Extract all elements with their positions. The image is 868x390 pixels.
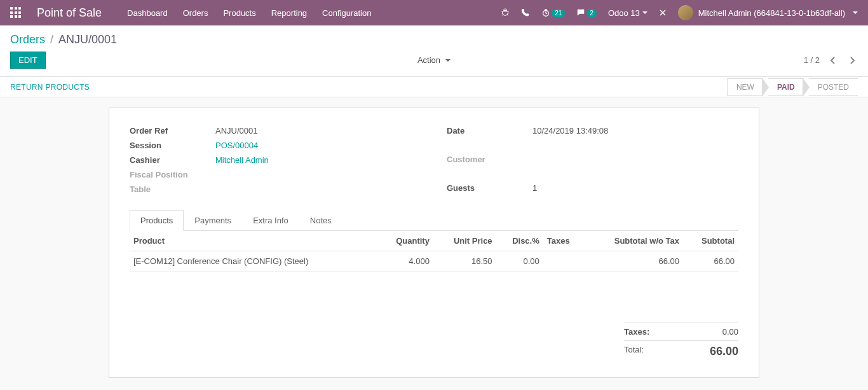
value-date: 10/24/2019 13:49:08 — [532, 126, 738, 136]
nav-configuration[interactable]: Configuration — [322, 8, 371, 18]
value-session[interactable]: POS/00004 — [215, 141, 421, 150]
nav-orders[interactable]: Orders — [183, 8, 208, 18]
totals-table: Taxes: 0.00 Total: 66.00 — [624, 323, 738, 362]
tab-notes[interactable]: Notes — [299, 210, 342, 231]
status-posted[interactable]: POSTED — [809, 78, 858, 96]
tabs: Products Payments Extra Info Notes — [130, 209, 738, 231]
totals-taxes-row: Taxes: 0.00 — [624, 323, 738, 340]
totals: Taxes: 0.00 Total: 66.00 — [130, 323, 738, 362]
field-fiscal-position: Fiscal Position — [130, 167, 421, 182]
status-row: RETURN PRODUCTS NEW PAID POSTED — [0, 76, 868, 97]
th-disc: Disc.% — [496, 231, 543, 251]
status-arrow — [803, 78, 810, 96]
breadcrumb: Orders / ANJU/0001 — [10, 33, 117, 46]
bug-icon[interactable] — [501, 8, 510, 17]
th-taxes: Taxes — [543, 231, 585, 251]
avatar — [678, 5, 693, 20]
timer-icon[interactable]: 21 — [541, 8, 565, 17]
caret-down-icon — [445, 59, 451, 62]
status-bar: NEW PAID POSTED — [727, 78, 858, 96]
label-date: Date — [447, 126, 532, 136]
cell-product: [E-COM12] Conference Chair (CONFIG) (Ste… — [130, 251, 377, 272]
pager-prev[interactable] — [827, 55, 839, 66]
tab-extra-info[interactable]: Extra Info — [242, 210, 299, 231]
user-label: Mitchell Admin (664841-13-0-1b63df-all) — [698, 8, 845, 18]
pager: 1 / 2 — [804, 55, 858, 66]
th-subtotal-wo: Subtotal w/o Tax — [585, 231, 683, 251]
db-label: Odoo 13 — [608, 8, 640, 18]
label-customer: Customer — [447, 155, 532, 164]
return-products-button[interactable]: RETURN PRODUCTS — [10, 83, 90, 92]
value-cashier[interactable]: Mitchell Admin — [215, 155, 421, 165]
status-new[interactable]: NEW — [727, 78, 763, 96]
timer-badge: 21 — [552, 9, 565, 17]
breadcrumb-sep: / — [50, 33, 53, 46]
caret-down-icon — [642, 11, 648, 14]
form-sheet: Order Ref ANJU/0001 Session POS/00004 Ca… — [109, 108, 759, 378]
status-arrow — [763, 78, 769, 96]
value-guests: 1 — [532, 183, 738, 193]
chat-badge: 2 — [587, 9, 597, 17]
chat-icon[interactable]: 2 — [576, 8, 597, 17]
th-subtotal: Subtotal — [683, 231, 738, 251]
edit-button[interactable]: EDIT — [10, 52, 46, 69]
field-customer: Customer — [447, 152, 738, 167]
breadcrumb-row: Orders / ANJU/0001 — [0, 25, 868, 49]
form-col-right: Date 10/24/2019 13:49:08 Customer Guests… — [447, 123, 738, 197]
close-icon[interactable] — [659, 9, 667, 17]
phone-icon[interactable] — [521, 8, 530, 17]
th-unit-price: Unit Price — [433, 231, 496, 251]
label-fiscal-position: Fiscal Position — [130, 170, 215, 179]
cell-subtotal-wo: 66.00 — [585, 251, 683, 272]
field-table: Table — [130, 182, 421, 197]
cell-unit-price: 16.50 — [433, 251, 496, 272]
order-table: Product Quantity Unit Price Disc.% Taxes… — [130, 231, 738, 272]
cell-subtotal: 66.00 — [683, 251, 738, 272]
tab-payments[interactable]: Payments — [184, 210, 242, 231]
label-cashier: Cashier — [130, 155, 215, 165]
pager-label: 1 / 2 — [804, 55, 820, 65]
nav-dashboard[interactable]: Dashboard — [127, 8, 168, 18]
label-session: Session — [130, 141, 215, 150]
table-row[interactable]: [E-COM12] Conference Chair (CONFIG) (Ste… — [130, 251, 738, 272]
totals-total-label: Total: — [624, 345, 659, 358]
field-date: Date 10/24/2019 13:49:08 — [447, 123, 738, 138]
nav-products[interactable]: Products — [223, 8, 255, 18]
user-menu[interactable]: Mitchell Admin (664841-13-0-1b63df-all) — [678, 5, 858, 20]
action-label: Action — [417, 55, 440, 65]
navbar-right: 21 2 Odoo 13 Mitchell Admin (664841-13-0… — [501, 5, 858, 20]
label-order-ref: Order Ref — [130, 126, 215, 136]
cell-taxes — [543, 251, 585, 272]
totals-taxes-label: Taxes: — [624, 327, 665, 337]
form-col-left: Order Ref ANJU/0001 Session POS/00004 Ca… — [130, 123, 421, 197]
th-product: Product — [130, 231, 377, 251]
cell-quantity: 4.000 — [377, 251, 433, 272]
field-order-ref: Order Ref ANJU/0001 — [130, 123, 421, 138]
breadcrumb-current: ANJU/0001 — [58, 33, 117, 46]
action-dropdown[interactable]: Action — [417, 55, 451, 65]
caret-down-icon — [853, 11, 858, 14]
field-session: Session POS/00004 — [130, 138, 421, 153]
tab-products[interactable]: Products — [130, 210, 184, 231]
field-cashier: Cashier Mitchell Admin — [130, 153, 421, 167]
form-grid: Order Ref ANJU/0001 Session POS/00004 Ca… — [130, 123, 738, 197]
brand-title[interactable]: Point of Sale — [37, 6, 102, 20]
th-quantity: Quantity — [377, 231, 433, 251]
control-panel: Orders / ANJU/0001 EDIT Action 1 / 2 RET… — [0, 25, 868, 97]
label-guests: Guests — [447, 183, 532, 193]
nav-reporting[interactable]: Reporting — [271, 8, 307, 18]
field-guests: Guests 1 — [447, 181, 738, 195]
totals-taxes-value: 0.00 — [700, 327, 738, 337]
db-selector[interactable]: Odoo 13 — [608, 8, 648, 18]
table-header-row: Product Quantity Unit Price Disc.% Taxes… — [130, 231, 738, 251]
value-order-ref: ANJU/0001 — [215, 126, 421, 136]
status-paid[interactable]: PAID — [768, 78, 804, 96]
button-row: EDIT Action 1 / 2 — [0, 49, 868, 76]
totals-total-row: Total: 66.00 — [624, 340, 738, 362]
navbar-left: Point of Sale Dashboard Orders Products … — [10, 6, 371, 20]
nav-menu: Dashboard Orders Products Reporting Conf… — [127, 8, 371, 18]
breadcrumb-root[interactable]: Orders — [10, 33, 45, 46]
apps-icon[interactable] — [10, 7, 22, 18]
pager-next[interactable] — [846, 55, 858, 66]
totals-total-value: 66.00 — [700, 345, 738, 358]
